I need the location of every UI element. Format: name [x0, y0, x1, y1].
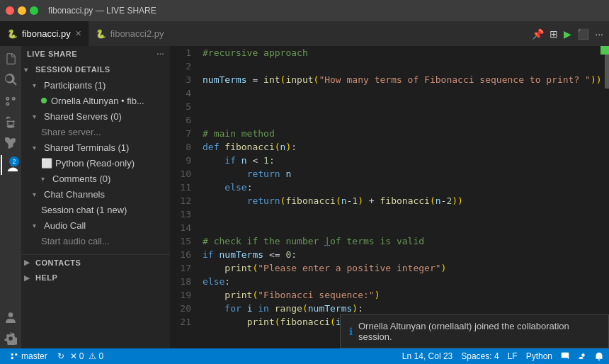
start-audio-call-label: Start audio call... — [41, 236, 110, 246]
activity-source-control[interactable] — [1, 91, 21, 111]
shared-servers-label: Shared Servers (0) — [44, 111, 122, 122]
main-area: 2 LIVE SHARE ··· ▾ SESSION DETAILS ▾ — [0, 46, 609, 348]
session-chat-label: Session chat (1 new) — [41, 205, 127, 215]
user-item[interactable]: Ornella Altunyan • fib... — [21, 93, 170, 108]
tab-bar: 🐍 fibonacci.py ✕ 🐍 fibonacci2.py 📌 ⊞ ▶ ⬛… — [0, 21, 609, 46]
status-bar-left: master ↻ ✕ 0 ⚠ 0 — [0, 348, 109, 364]
sync-status[interactable]: ↻ — [57, 351, 64, 361]
activity-search[interactable] — [1, 70, 21, 90]
python-file-icon2: 🐍 — [96, 29, 106, 39]
status-bar: master ↻ ✕ 0 ⚠ 0 Ln 14, Col 23 Spaces: 4… — [0, 348, 609, 364]
tab-label: fibonacci.py — [22, 28, 71, 39]
comments-item[interactable]: ▾ Comments (0) — [21, 171, 170, 186]
minimize-window-button[interactable] — [18, 6, 26, 15]
window-title: fibonacci.py — LIVE SHARE — [48, 6, 603, 16]
run-icon[interactable]: ▶ — [564, 28, 571, 40]
session-details-header[interactable]: ▾ SESSION DETAILS — [21, 62, 170, 77]
git-branch-name: master — [21, 351, 47, 361]
audio-call-label: Audio Call — [44, 220, 86, 231]
feedback-icon[interactable] — [561, 352, 569, 360]
error-icon: ✕ — [70, 351, 77, 361]
shared-servers-item[interactable]: ▾ Shared Servers (0) — [21, 108, 170, 124]
tab-label2: fibonacci2.py — [110, 28, 164, 39]
help-header[interactable]: ▶ HELP — [21, 270, 170, 285]
python-label: Python (Read-only) — [55, 158, 135, 169]
terminal-icon: ⬜ — [41, 158, 52, 169]
remote-icon[interactable] — [578, 352, 586, 360]
warning-count: 0 — [98, 351, 103, 361]
more-actions-icon[interactable]: ··· — [595, 28, 603, 40]
sidebar-header: LIVE SHARE ··· — [21, 46, 170, 62]
live-indicator — [601, 46, 609, 55]
share-server-item[interactable]: Share server... — [21, 124, 170, 140]
minimap — [605, 46, 609, 348]
git-branch[interactable]: master — [6, 348, 52, 364]
code-editor[interactable]: #recursive approach numTerms = int(input… — [197, 46, 605, 348]
chevron-down-icon3: ▾ — [33, 190, 41, 198]
status-bar-right: Ln 14, Col 23 Spaces: 4 LF Python — [397, 351, 609, 361]
activity-files[interactable] — [1, 49, 21, 69]
more-icon[interactable]: ··· — [156, 50, 164, 58]
notification-text: Ornella Altunyan (ornellaalt) joined the… — [358, 321, 600, 342]
tab-fibonacci2-py[interactable]: 🐍 fibonacci2.py — [89, 21, 171, 46]
activity-extensions[interactable] — [1, 134, 21, 154]
start-audio-call-item[interactable]: Start audio call... — [21, 233, 170, 249]
chevron-right-icon2: ▾ — [41, 175, 50, 183]
chevron-down-icon4: ▾ — [33, 222, 41, 229]
share-server-label: Share server... — [41, 127, 101, 137]
python-file-icon: 🐍 — [7, 29, 18, 39]
python-terminal-item[interactable]: ⬜ Python (Read-only) — [21, 155, 170, 171]
language-text: Python — [526, 351, 552, 361]
chevron-down-icon: ▾ — [24, 66, 33, 74]
spaces-setting[interactable]: Spaces: 4 — [461, 351, 499, 361]
split-editor-icon[interactable]: ⊞ — [550, 28, 558, 40]
activity-settings[interactable] — [1, 329, 21, 348]
tab-bar-actions: 📌 ⊞ ▶ ⬛ ··· — [532, 28, 609, 40]
sidebar: LIVE SHARE ··· ▾ SESSION DETAILS ▾ Parti… — [21, 46, 170, 348]
title-bar: fibonacci.py — LIVE SHARE — [0, 0, 609, 21]
warning-icon: ⚠ — [89, 351, 96, 361]
line-numbers: 1 2 3 4 5 6 7 8 9 10 11 12 13 14 15 16 1… — [170, 46, 197, 348]
activity-bar: 2 — [0, 46, 21, 348]
activity-accounts[interactable] — [1, 307, 21, 327]
shared-terminals-item[interactable]: ▾ Shared Terminals (1) — [21, 140, 170, 155]
session-details-label: SESSION DETAILS — [35, 65, 110, 74]
contacts-label: CONTACTS — [35, 258, 81, 267]
notification-banner: ℹ Ornella Altunyan (ornellaalt) joined t… — [340, 314, 609, 348]
session-chat-item[interactable]: Session chat (1 new) — [21, 202, 170, 217]
close-window-button[interactable] — [6, 6, 14, 15]
participants-label: Participants (1) — [44, 80, 106, 91]
info-icon: ℹ — [349, 326, 353, 337]
chevron-right-help-icon: ▶ — [24, 274, 33, 282]
audio-call-item[interactable]: ▾ Audio Call — [21, 217, 170, 233]
live-share-badge: 2 — [9, 157, 19, 166]
chevron-down-icon2: ▾ — [33, 144, 41, 152]
cursor-position[interactable]: Ln 14, Col 23 — [402, 351, 453, 361]
layout-icon[interactable]: ⬛ — [577, 28, 589, 40]
participants-item[interactable]: ▾ Participants (1) — [21, 77, 170, 93]
sidebar-content: ▾ SESSION DETAILS ▾ Participants (1) Orn… — [21, 62, 170, 348]
notification-icon[interactable] — [595, 352, 603, 360]
language-mode[interactable]: Python — [526, 351, 552, 361]
sidebar-header-icons: ··· — [156, 50, 164, 58]
pin-icon[interactable]: 📌 — [532, 28, 544, 40]
chevron-right-icon: ▾ — [33, 113, 41, 120]
chat-channels-label: Chat Channels — [44, 189, 105, 200]
line-ending[interactable]: LF — [508, 351, 518, 361]
spaces-text: Spaces: 4 — [461, 351, 499, 361]
chat-channels-item[interactable]: ▾ Chat Channels — [21, 186, 170, 202]
activity-run-debug[interactable] — [1, 113, 21, 132]
tab-close-button[interactable]: ✕ — [75, 29, 81, 38]
maximize-window-button[interactable] — [30, 6, 38, 15]
editor-content[interactable]: 1 2 3 4 5 6 7 8 9 10 11 12 13 14 15 16 1… — [170, 46, 609, 348]
lf-text: LF — [508, 351, 518, 361]
contacts-header[interactable]: ▶ CONTACTS — [21, 254, 170, 270]
editor[interactable]: 1 2 3 4 5 6 7 8 9 10 11 12 13 14 15 16 1… — [170, 46, 609, 348]
chevron-down-icon: ▾ — [33, 81, 41, 89]
activity-live-share[interactable]: 2 — [1, 155, 21, 175]
comments-label: Comments (0) — [52, 174, 110, 184]
window-controls[interactable] — [6, 6, 38, 15]
user-label: Ornella Altunyan • fib... — [51, 96, 144, 106]
tab-fibonacci-py[interactable]: 🐍 fibonacci.py ✕ — [0, 21, 89, 46]
error-warning-status[interactable]: ✕ 0 ⚠ 0 — [70, 351, 103, 361]
